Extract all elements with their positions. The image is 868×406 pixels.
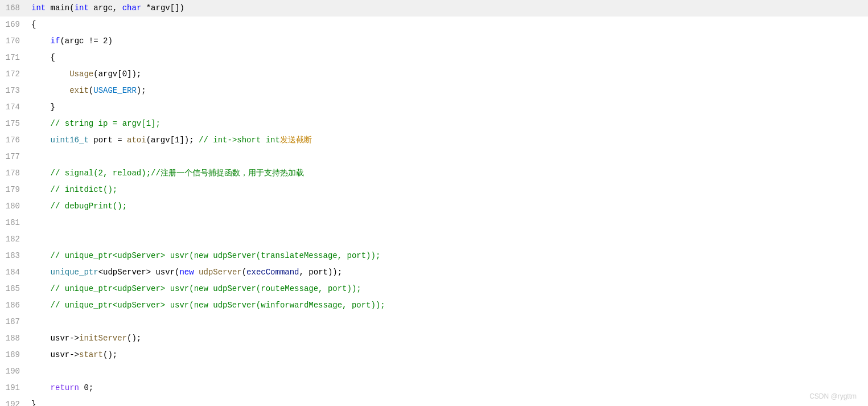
code-content: // signal(2, reload);//注册一个信号捕捉函数，用于支持热加… [31, 165, 868, 182]
code-line: 186 // unique_ptr<udpServer> usvr(new ud… [0, 297, 868, 314]
code-line: 191 return 0; [0, 380, 868, 396]
line-number: 184 [0, 264, 31, 281]
code-content: } [31, 396, 868, 406]
code-container: 168int main(int argc, char *argv[])169{1… [0, 0, 868, 406]
code-line: 170 if(argc != 2) [0, 33, 868, 50]
code-content: { [31, 50, 868, 66]
code-line: 181 [0, 215, 868, 231]
code-line: 184 unique_ptr<udpServer> usvr(new udpSe… [0, 264, 868, 281]
code-line: 177 [0, 149, 868, 165]
line-number: 175 [0, 116, 31, 132]
code-line: 179 // initdict(); [0, 182, 868, 198]
code-line: 171 { [0, 50, 868, 66]
code-content: } [31, 99, 868, 116]
code-content: usvr->start(); [31, 347, 868, 363]
code-content: // initdict(); [31, 182, 868, 198]
code-content: usvr->initServer(); [31, 330, 868, 347]
line-number: 171 [0, 50, 31, 66]
line-number: 191 [0, 380, 31, 396]
code-content: if(argc != 2) [31, 33, 868, 50]
code-line: 183 // unique_ptr<udpServer> usvr(new ud… [0, 248, 868, 264]
code-content: // unique_ptr<udpServer> usvr(new udpSer… [31, 297, 868, 314]
watermark: CSDN @rygttm [809, 392, 857, 400]
line-number: 179 [0, 182, 31, 198]
code-content [31, 314, 868, 330]
line-number: 181 [0, 215, 31, 231]
code-line: 192} [0, 396, 868, 406]
line-number: 182 [0, 231, 31, 248]
code-line: 190 [0, 363, 868, 380]
line-number: 180 [0, 198, 31, 215]
line-number: 183 [0, 248, 31, 264]
line-number: 187 [0, 314, 31, 330]
line-number: 185 [0, 281, 31, 297]
code-content: Usage(argv[0]); [31, 66, 868, 83]
code-content [31, 215, 868, 231]
code-content: // unique_ptr<udpServer> usvr(new udpSer… [31, 248, 868, 264]
line-number: 192 [0, 396, 31, 406]
code-line: 178 // signal(2, reload);//注册一个信号捕捉函数，用于… [0, 165, 868, 182]
line-number: 170 [0, 33, 31, 50]
code-content: exit(USAGE_ERR); [31, 83, 868, 99]
line-number: 174 [0, 99, 31, 116]
code-content: unique_ptr<udpServer> usvr(new udpServer… [31, 264, 868, 281]
code-line: 172 Usage(argv[0]); [0, 66, 868, 83]
line-number: 168 [0, 0, 31, 17]
line-number: 172 [0, 66, 31, 83]
code-content: // unique_ptr<udpServer> usvr(new udpSer… [31, 281, 868, 297]
code-line: 180 // debugPrint(); [0, 198, 868, 215]
line-number: 177 [0, 149, 31, 165]
line-number: 189 [0, 347, 31, 363]
line-number: 188 [0, 330, 31, 347]
code-line: 169{ [0, 17, 868, 33]
line-number: 186 [0, 297, 31, 314]
code-content [31, 231, 868, 248]
code-content: uint16_t port = atoi(argv[1]); // int->s… [31, 132, 868, 149]
code-line: 168int main(int argc, char *argv[]) [0, 0, 868, 17]
code-line: 173 exit(USAGE_ERR); [0, 83, 868, 99]
code-line: 174 } [0, 99, 868, 116]
line-number: 190 [0, 363, 31, 380]
code-content: return 0; [31, 380, 868, 396]
code-content: int main(int argc, char *argv[]) [31, 0, 868, 17]
code-line: 188 usvr->initServer(); [0, 330, 868, 347]
code-line: 182 [0, 231, 868, 248]
line-number: 173 [0, 83, 31, 99]
code-line: 176 uint16_t port = atoi(argv[1]); // in… [0, 132, 868, 149]
line-number: 176 [0, 132, 31, 149]
code-content: // string ip = argv[1]; [31, 116, 868, 132]
code-content: { [31, 17, 868, 33]
line-number: 178 [0, 165, 31, 182]
line-number: 169 [0, 17, 31, 33]
code-content [31, 149, 868, 165]
code-content: // debugPrint(); [31, 198, 868, 215]
code-line: 187 [0, 314, 868, 330]
code-line: 175 // string ip = argv[1]; [0, 116, 868, 132]
code-line: 185 // unique_ptr<udpServer> usvr(new ud… [0, 281, 868, 297]
code-content [31, 363, 868, 380]
code-line: 189 usvr->start(); [0, 347, 868, 363]
